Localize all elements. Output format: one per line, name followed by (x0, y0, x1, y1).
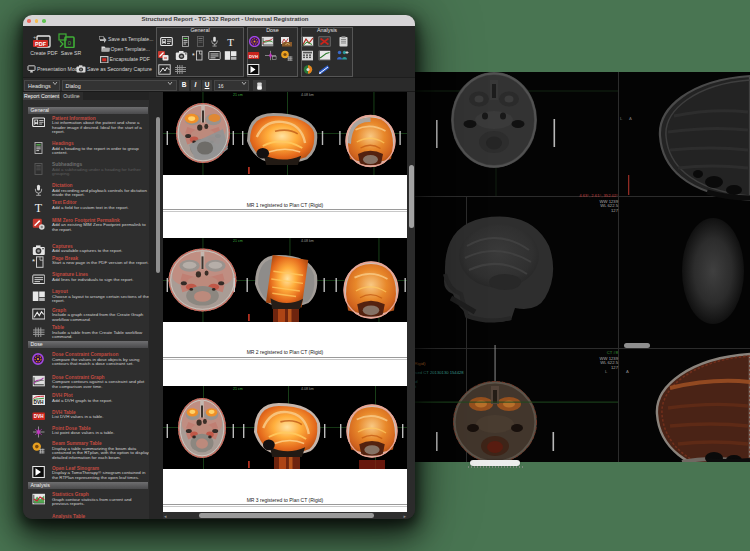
svg-text:21 cm: 21 cm (233, 239, 243, 243)
svg-text:4.08 km: 4.08 km (301, 93, 314, 97)
svg-text:T: T (34, 201, 42, 213)
svg-text:21 cm: 21 cm (233, 387, 243, 391)
svg-text:+: + (33, 35, 37, 40)
svg-text:DVH: DVH (249, 53, 258, 58)
svg-text:DVH: DVH (33, 415, 43, 420)
svg-text:DVH: DVH (33, 400, 44, 405)
svg-text:4.08 km: 4.08 km (301, 239, 314, 243)
svg-text:4.08 km: 4.08 km (301, 387, 314, 391)
svg-text:0: 0 (68, 40, 72, 46)
svg-text:T: T (227, 36, 234, 47)
svg-text:*: * (32, 257, 35, 266)
svg-text:PDF: PDF (35, 41, 47, 47)
svg-text:21 cm: 21 cm (233, 93, 243, 97)
svg-text:*: * (192, 51, 195, 58)
